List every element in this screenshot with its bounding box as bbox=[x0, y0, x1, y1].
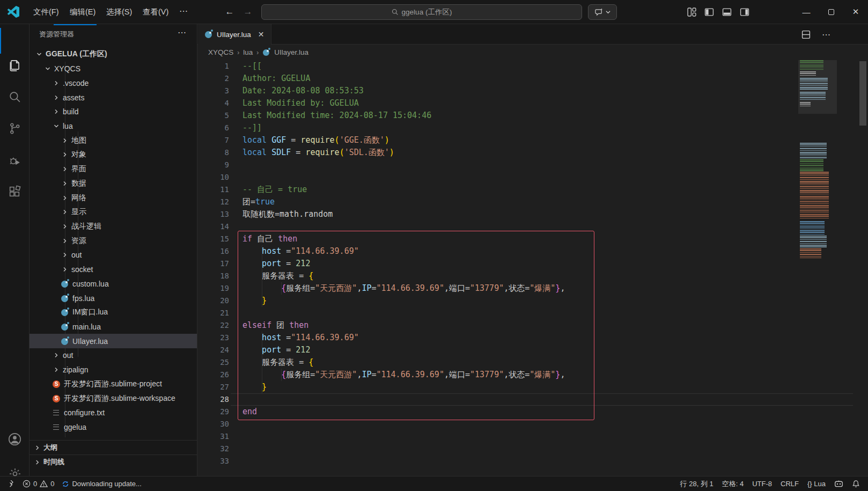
line-number[interactable]: 28 bbox=[197, 393, 229, 406]
tree-item[interactable]: out bbox=[30, 348, 197, 363]
code-line[interactable]: 13取随机数=math.random bbox=[197, 208, 868, 221]
explorer-icon[interactable] bbox=[0, 52, 30, 78]
line-number[interactable]: 2 bbox=[197, 72, 229, 85]
tree-item[interactable]: UIlayer.lua bbox=[30, 334, 197, 348]
code-line[interactable]: 33 bbox=[197, 455, 868, 467]
line-number[interactable]: 3 bbox=[197, 85, 229, 97]
tree-item[interactable]: 战斗逻辑 bbox=[30, 219, 197, 234]
code-line[interactable]: 12团=true bbox=[197, 196, 868, 208]
line-number[interactable]: 1 bbox=[197, 60, 229, 72]
line-number[interactable]: 16 bbox=[197, 245, 229, 258]
eol-sequence[interactable]: CRLF bbox=[777, 480, 803, 488]
line-number[interactable]: 23 bbox=[197, 332, 229, 344]
minimap[interactable] bbox=[798, 56, 837, 475]
code-line[interactable]: 11-- 自己 = true bbox=[197, 184, 868, 196]
nav-forward-button[interactable]: → bbox=[240, 4, 255, 19]
tree-item[interactable]: ggelua bbox=[30, 420, 197, 435]
tree-item[interactable]: build bbox=[30, 105, 197, 119]
line-number[interactable]: 6 bbox=[197, 122, 229, 134]
line-number[interactable]: 27 bbox=[197, 381, 229, 393]
breadcrumb-item-project[interactable]: XYQCS bbox=[208, 48, 233, 56]
accounts-icon[interactable] bbox=[0, 426, 30, 452]
source-control-icon[interactable] bbox=[0, 115, 30, 141]
tree-item[interactable]: IM窗口.lua bbox=[30, 305, 197, 320]
line-number[interactable]: 10 bbox=[197, 171, 229, 184]
cursor-position[interactable]: 行 28, 列 1 bbox=[676, 479, 717, 489]
code-editor[interactable]: 1--[[2Author: GGELUA3Date: 2024-08-08 08… bbox=[197, 60, 868, 476]
tree-item[interactable]: 界面 bbox=[30, 162, 197, 177]
line-number[interactable]: 19 bbox=[197, 282, 229, 295]
editor-more-actions-icon[interactable]: ⋯ bbox=[820, 28, 833, 40]
tree-item[interactable]: assets bbox=[30, 90, 197, 105]
remote-indicator[interactable] bbox=[3, 480, 19, 487]
tree-item[interactable]: 显示 bbox=[30, 205, 197, 219]
tree-item[interactable]: S开发梦幻西游.sublime-project bbox=[30, 377, 197, 392]
tree-item[interactable]: XYQCS bbox=[30, 62, 197, 76]
toggle-secondary-sidebar-icon[interactable] bbox=[738, 6, 751, 18]
editor-scrollbar[interactable] bbox=[859, 48, 867, 476]
scrollbar-thumb[interactable] bbox=[859, 61, 866, 126]
tree-item[interactable]: 网络 bbox=[30, 190, 197, 205]
tree-item[interactable]: socket bbox=[30, 262, 197, 277]
line-number[interactable]: 30 bbox=[197, 418, 229, 430]
menu-edit[interactable]: 编辑(E) bbox=[64, 0, 101, 24]
line-number[interactable]: 24 bbox=[197, 344, 229, 356]
line-number[interactable]: 21 bbox=[197, 307, 229, 319]
tree-item[interactable]: 资源 bbox=[30, 233, 197, 248]
line-number[interactable]: 9 bbox=[197, 159, 229, 171]
toggle-panel-icon[interactable] bbox=[720, 6, 733, 18]
tree-item[interactable]: zipalign bbox=[30, 363, 197, 377]
line-number[interactable]: 31 bbox=[197, 430, 229, 443]
code-line[interactable]: 5Last Modified time: 2024-08-17 15:04:46 bbox=[197, 109, 868, 122]
customize-layout-icon[interactable] bbox=[685, 6, 698, 18]
tree-item[interactable]: configure.txt bbox=[30, 406, 197, 420]
line-number[interactable]: 5 bbox=[197, 109, 229, 122]
line-number[interactable]: 13 bbox=[197, 208, 229, 221]
outline-section-header[interactable]: 大纲 bbox=[30, 440, 197, 455]
code-line[interactable]: 10 bbox=[197, 171, 868, 184]
line-number[interactable]: 12 bbox=[197, 196, 229, 208]
search-view-icon[interactable] bbox=[0, 84, 30, 109]
tab-close-icon[interactable]: ✕ bbox=[258, 30, 264, 39]
line-number[interactable]: 14 bbox=[197, 221, 229, 233]
command-center-search[interactable]: ggelua (工作区) bbox=[261, 4, 582, 20]
tree-item[interactable]: .vscode bbox=[30, 76, 197, 90]
line-number[interactable]: 15 bbox=[197, 233, 229, 245]
tree-item[interactable]: 数据 bbox=[30, 176, 197, 190]
window-minimize-button[interactable]: — bbox=[794, 0, 819, 24]
nav-back-button[interactable]: ← bbox=[222, 4, 237, 19]
line-number[interactable]: 32 bbox=[197, 443, 229, 455]
code-line[interactable]: 32 bbox=[197, 443, 868, 455]
menu-select[interactable]: 选择(S) bbox=[101, 0, 137, 24]
breadcrumb-item-folder[interactable]: lua bbox=[243, 48, 253, 56]
explorer-more-actions-button[interactable]: ⋯ bbox=[174, 26, 189, 39]
tree-item[interactable]: 对象 bbox=[30, 148, 197, 162]
update-status[interactable]: Downloading update... bbox=[58, 480, 145, 488]
indentation[interactable]: 空格: 4 bbox=[718, 479, 747, 489]
tree-item[interactable]: lua bbox=[30, 119, 197, 134]
line-number[interactable]: 4 bbox=[197, 97, 229, 109]
code-line[interactable]: 31 bbox=[197, 430, 868, 443]
copilot-chat-button[interactable] bbox=[588, 4, 617, 20]
line-number[interactable]: 11 bbox=[197, 184, 229, 196]
tree-item[interactable]: 地图 bbox=[30, 133, 197, 148]
encoding[interactable]: UTF-8 bbox=[748, 480, 776, 488]
timeline-section-header[interactable]: 时间线 bbox=[30, 455, 197, 469]
line-number[interactable]: 7 bbox=[197, 134, 229, 146]
code-line[interactable]: 6--]] bbox=[197, 122, 868, 134]
line-number[interactable]: 18 bbox=[197, 270, 229, 282]
code-line[interactable]: 1--[[ bbox=[197, 60, 868, 72]
menu-file[interactable]: 文件(F) bbox=[28, 0, 64, 24]
run-debug-icon[interactable] bbox=[0, 147, 30, 173]
code-line[interactable]: 4Last Modified by: GGELUA bbox=[197, 97, 868, 109]
split-editor-icon[interactable] bbox=[799, 28, 812, 40]
code-line[interactable]: 9 bbox=[197, 159, 868, 171]
code-line[interactable]: 3Date: 2024-08-08 08:53:53 bbox=[197, 85, 868, 97]
extensions-icon[interactable] bbox=[0, 179, 30, 204]
window-maximize-button[interactable] bbox=[819, 0, 843, 24]
tree-item[interactable]: out bbox=[30, 248, 197, 262]
code-line[interactable]: 7local GGF = require('GGE.函数') bbox=[197, 134, 868, 146]
line-number[interactable]: 22 bbox=[197, 319, 229, 332]
toggle-sidebar-icon[interactable] bbox=[703, 6, 716, 18]
code-line[interactable]: 8local SDLF = require('SDL.函数') bbox=[197, 146, 868, 159]
